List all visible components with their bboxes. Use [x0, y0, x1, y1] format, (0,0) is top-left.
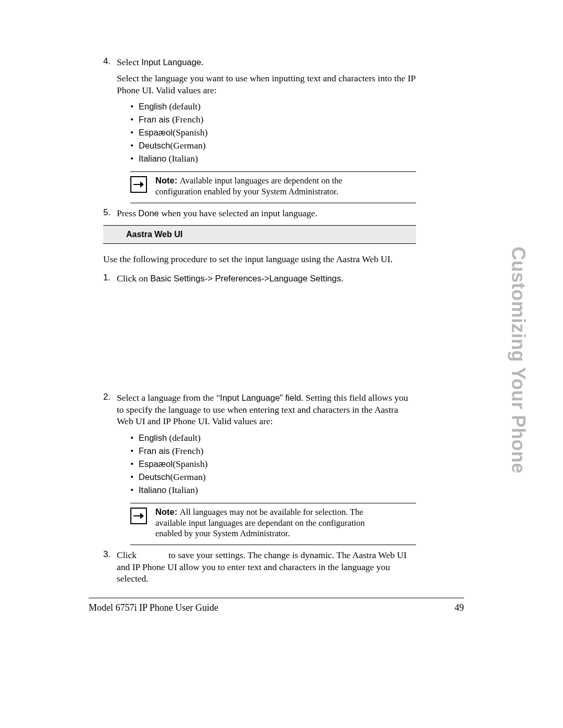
step-text: Click to save your settings. The change …: [117, 549, 416, 585]
list-item: Espaæol(Spanish): [130, 127, 416, 138]
text: .: [201, 57, 203, 67]
bold-text: Done: [138, 208, 158, 218]
text: Press: [117, 208, 138, 218]
step-number: 1.: [103, 273, 111, 283]
note-block: Note: Available input languages are depe…: [130, 171, 416, 203]
page-footer: Model 6757i IP Phone User Guide 49: [89, 598, 464, 613]
bold-text: Input Language: [220, 393, 280, 402]
footer-left: Model 6757i IP Phone User Guide: [89, 602, 218, 613]
list-item: Fran ais (French): [130, 114, 416, 125]
screenshot-placeholder: [103, 288, 416, 376]
steps-list-web: 1. Click on Basic Settings-> Preferences…: [103, 273, 416, 585]
note-label: Note:: [155, 176, 180, 185]
arrow-right-icon: [130, 508, 147, 524]
bullet-list: English (default) Fran ais (French) Espa…: [117, 433, 416, 496]
text: Select a language from the ": [117, 392, 220, 403]
list-item: Italiano (Italian): [130, 485, 416, 496]
list-item: Espaæol(Spanish): [130, 459, 416, 470]
text: Click on: [117, 273, 150, 283]
arrow-right-icon: [130, 176, 147, 193]
text: Select: [117, 57, 141, 67]
list-item: Deutsch(German): [130, 472, 416, 483]
list-item: Deutsch(German): [130, 140, 416, 151]
step-number: 2.: [103, 392, 111, 402]
step-1: 1. Click on Basic Settings-> Preferences…: [103, 273, 416, 285]
paragraph: Select the language you want to use when…: [117, 72, 416, 96]
list-item: Fran ais (French): [130, 446, 416, 456]
text: " field: [280, 393, 301, 402]
intro-paragraph: Use the following procedure to set the i…: [103, 253, 416, 265]
note-body: Available input languages are dependent …: [155, 176, 342, 196]
note-text: Note: All languages may not be available…: [155, 507, 416, 539]
section-header: Aastra Web UI: [103, 226, 416, 244]
text: when you have selected an input language…: [159, 208, 317, 218]
side-chapter-title: Customizing Your Phone: [507, 246, 529, 474]
list-item: English (default): [130, 101, 416, 112]
page: Customizing Your Phone 4. Select Input L…: [0, 0, 563, 728]
note-text: Note: Available input languages are depe…: [155, 175, 416, 197]
step-4: 4. Select Input Language. Select the lan…: [103, 56, 416, 203]
bold-text: Input Language: [141, 57, 201, 67]
bold-text: Basic Settings-> Preferences->Language S…: [150, 274, 341, 283]
page-number: 49: [455, 602, 464, 613]
list-item: English (default): [130, 433, 416, 443]
content-area: 4. Select Input Language. Select the lan…: [103, 56, 416, 585]
steps-list-top: 4. Select Input Language. Select the lan…: [103, 56, 416, 219]
bullet-list: English (default) Fran ais (French) Espa…: [117, 101, 416, 164]
step-5: 5. Press Done when you have selected an …: [103, 207, 416, 219]
note-body: All languages may not be available for s…: [155, 507, 365, 538]
step-number: 3.: [103, 549, 111, 560]
note-block: Note: All languages may not be available…: [130, 503, 416, 545]
note-label: Note:: [155, 507, 180, 516]
text: .: [341, 273, 343, 283]
step-number: 5.: [103, 207, 111, 218]
step-number: 4.: [103, 56, 111, 67]
list-item: Italiano (Italian): [130, 153, 416, 164]
step-3: 3. Click to save your settings. The chan…: [103, 549, 416, 585]
step-2: 2. Select a language from the "Input Lan…: [103, 392, 416, 545]
